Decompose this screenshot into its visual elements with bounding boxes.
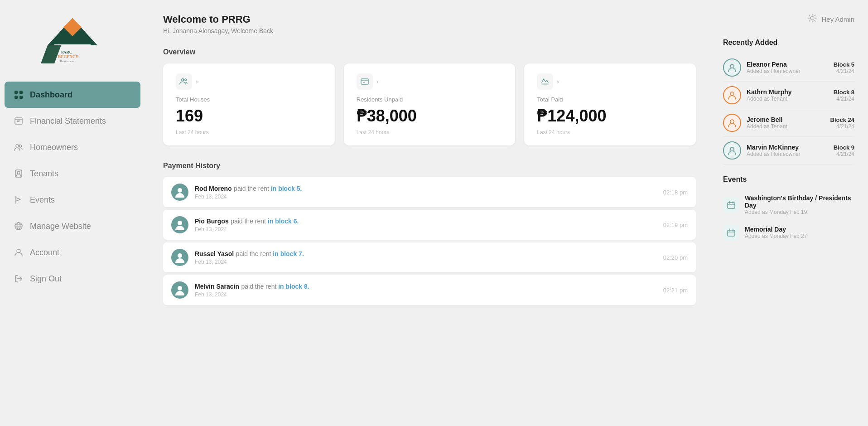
payment-date-4: Feb 13, 2024 [195, 291, 654, 298]
payment-date-1: Feb 13, 2024 [195, 194, 654, 200]
sidebar-item-events[interactable]: Events [0, 187, 145, 213]
svg-line-41 [810, 15, 810, 16]
recent-block-4: Block 9 [834, 144, 854, 151]
payment-date-3: Feb 13, 2024 [195, 259, 654, 265]
website-label: Manage Website [30, 222, 91, 231]
svg-point-47 [730, 120, 734, 123]
svg-point-16 [19, 145, 22, 147]
event-item-2: Memorial Day Added as Monday Feb 27 [723, 220, 854, 245]
main-content: Welcome to PRRG Hi, Johanna Alonsagay, W… [145, 0, 714, 426]
payment-time-4: 02:21 pm [654, 287, 688, 294]
sidebar-item-financial[interactable]: Financial Statements [0, 108, 145, 134]
payment-date-2: Feb 13, 2024 [195, 226, 654, 232]
svg-point-46 [730, 92, 734, 96]
sidebar-item-signout[interactable]: Sign Out [0, 266, 145, 292]
account-label: Account [30, 248, 59, 257]
events-title: Events [723, 175, 854, 184]
svg-rect-31 [541, 83, 549, 85]
event-name-2: Memorial Day [745, 226, 807, 233]
total-paid-label: Total Paid [537, 96, 683, 103]
block-date-1: Block 5 4/21/24 [834, 61, 854, 74]
nav-list: Dashboard Financial Statements [0, 82, 145, 292]
sidebar-item-dashboard[interactable]: Dashboard [5, 82, 140, 108]
signout-icon [14, 274, 24, 284]
recent-avatar-1 [723, 58, 741, 77]
recent-block-3: Block 24 [830, 116, 854, 123]
svg-text:PARC: PARC [61, 50, 72, 54]
payment-info-4: Melvin Saracin paid the rent in block 8.… [195, 282, 654, 298]
sidebar-item-account[interactable]: Account [0, 239, 145, 266]
tenants-label: Tenants [30, 169, 58, 179]
payment-name-2: Pio Burgos [195, 218, 229, 225]
svg-line-44 [810, 20, 810, 21]
total-paid-value: ₱124,000 [537, 106, 683, 126]
recent-item-1: Eleanor Pena Added as Homeowner Block 5 … [723, 54, 854, 82]
svg-rect-8 [19, 91, 23, 94]
payment-block-2: in block 6. [268, 218, 299, 225]
welcome-sub: Hi, Johanna Alonsagay, Welcome Back [163, 27, 696, 34]
residents-unpaid-label: Residents Unpaid [357, 96, 503, 103]
hey-admin-text: Hey Admin [821, 15, 854, 23]
dashboard-icon [14, 90, 24, 100]
payment-row-4: Melvin Saracin paid the rent in block 8.… [163, 275, 696, 305]
payment-name-1: Rod Moreno [195, 185, 232, 192]
recent-avatar-4 [723, 141, 741, 160]
block-date-3: Block 24 4/21/24 [830, 116, 854, 130]
payment-info-3: Russel Yasol paid the rent in block 7. F… [195, 250, 654, 265]
overview-label: Overview [163, 48, 696, 56]
payment-time-1: 02:18 pm [654, 189, 688, 196]
recent-info-3: Jerome Bell Added as Tenant [747, 116, 825, 130]
total-houses-icon [176, 73, 192, 90]
payment-row-2: Pio Burgos paid the rent in block 6. Feb… [163, 210, 696, 240]
recent-avatar-3 [723, 114, 741, 132]
sidebar-item-tenants[interactable]: Tenants [0, 160, 145, 187]
payment-desc-1: paid the rent in block 5. [234, 185, 302, 192]
svg-line-42 [815, 20, 816, 21]
svg-rect-7 [14, 91, 18, 94]
recent-role-2: Added as Tenant [747, 96, 828, 102]
svg-rect-28 [361, 79, 368, 84]
svg-point-32 [178, 188, 182, 193]
svg-point-33 [178, 221, 182, 225]
block-date-4: Block 9 4/21/24 [834, 144, 854, 157]
residents-unpaid-footer: Last 24 hours [357, 129, 503, 136]
card-icon-row-3: › [537, 73, 683, 90]
event-item-1: Washington's Birthday / Presidents Day A… [723, 190, 854, 220]
header-top: Hey Admin [723, 14, 854, 25]
recent-date-2: 4/21/24 [836, 96, 854, 102]
financial-icon [14, 116, 24, 126]
recent-block-2: Block 8 [834, 89, 854, 96]
sidebar: PARC REGENCY Residences Dashboard [0, 0, 145, 426]
right-panel: Hey Admin Recently Added Eleanor Pena Ad… [714, 0, 868, 426]
residents-unpaid-icon [357, 73, 373, 90]
website-icon [14, 221, 24, 231]
card-icon-row-2: › [357, 73, 503, 90]
total-paid-footer: Last 24 hours [537, 129, 683, 136]
payment-info-1: Rod Moreno paid the rent in block 5. Feb… [195, 184, 654, 200]
residents-unpaid-card: › Residents Unpaid ₱38,000 Last 24 hours [344, 63, 516, 145]
homeowners-icon [14, 142, 24, 152]
tenants-icon [14, 169, 24, 179]
card-arrow-1: › [196, 78, 198, 85]
payment-avatar-3 [171, 249, 188, 266]
svg-rect-10 [19, 96, 23, 99]
svg-point-27 [185, 79, 187, 81]
svg-point-26 [182, 79, 184, 81]
event-info-1: Washington's Birthday / Presidents Day A… [745, 194, 854, 215]
card-icon-row-1: › [176, 73, 322, 90]
svg-text:REGENCY: REGENCY [58, 54, 79, 59]
logo-area: PARC REGENCY Residences [0, 0, 145, 82]
recent-avatar-2 [723, 86, 741, 104]
signout-label: Sign Out [30, 274, 62, 284]
payment-avatar-4 [171, 281, 188, 299]
total-houses-label: Total Houses [176, 96, 322, 103]
sidebar-item-website[interactable]: Manage Website [0, 213, 145, 239]
svg-rect-11 [15, 118, 22, 124]
payment-desc-4: paid the rent in block 8. [241, 283, 309, 290]
svg-point-48 [730, 147, 734, 151]
payment-block-3: in block 7. [273, 250, 304, 257]
sidebar-item-homeowners[interactable]: Homeowners [0, 134, 145, 160]
payment-row-3: Russel Yasol paid the rent in block 7. F… [163, 242, 696, 272]
payment-history-label: Payment History [163, 162, 696, 170]
svg-point-34 [178, 253, 182, 258]
